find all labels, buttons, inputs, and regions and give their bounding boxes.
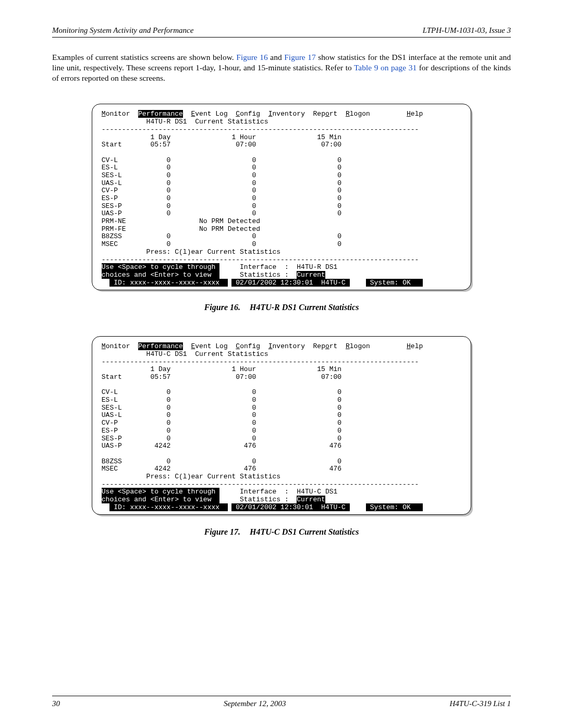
footer-page-number: 30: [52, 699, 60, 708]
header-docid: LTPH-UM-1031-03, Issue 3: [423, 26, 511, 35]
terminal-content-h4tu-r: Monitor Performance Event Log Config Inv…: [97, 110, 466, 287]
page-footer: 30 September 12, 2003 H4TU-C-319 List 1: [52, 696, 511, 708]
running-header: Monitoring System Activity and Performan…: [52, 26, 511, 38]
footer-date: September 12, 2003: [224, 699, 286, 708]
terminal-screen-h4tu-c: Monitor Performance Event Log Config Inv…: [92, 336, 471, 515]
header-section: Monitoring System Activity and Performan…: [52, 26, 193, 35]
terminal-screen-h4tu-r: Monitor Performance Event Log Config Inv…: [92, 104, 471, 290]
terminal-content-h4tu-c: Monitor Performance Event Log Config Inv…: [97, 343, 466, 511]
link-figure-17[interactable]: Figure 17: [284, 53, 316, 61]
footer-product: H4TU-C-319 List 1: [449, 699, 511, 708]
figure-16-caption: Figure 16. H4TU-R DS1 Current Statistics: [52, 303, 511, 312]
figure-17-caption: Figure 17. H4TU-C DS1 Current Statistics: [52, 527, 511, 537]
link-figure-16[interactable]: Figure 16: [236, 53, 268, 61]
link-table-9[interactable]: Table 9 on page 31: [354, 63, 417, 72]
intro-paragraph: Examples of current statistics screens a…: [52, 52, 511, 83]
